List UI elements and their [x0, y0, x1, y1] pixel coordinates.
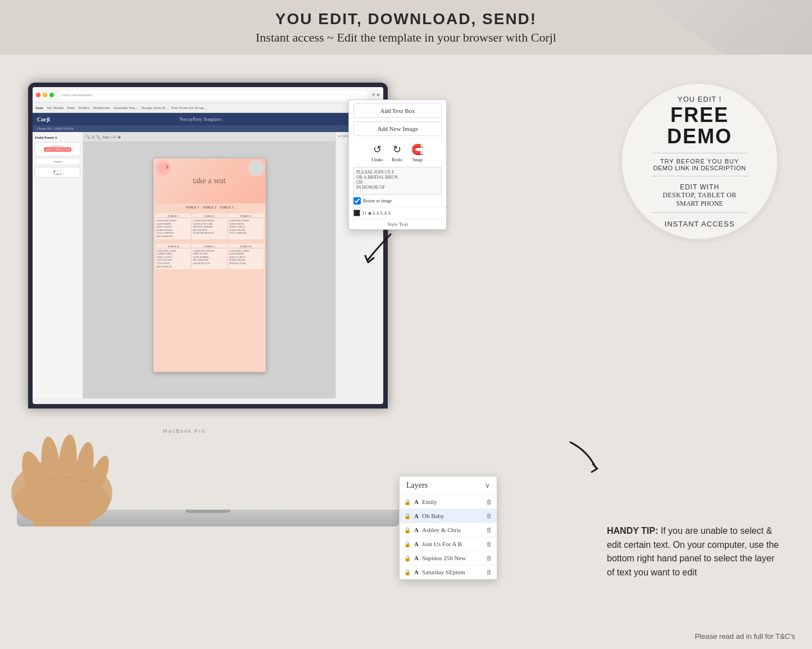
table-5-label: TABLE 5 — [193, 245, 226, 248]
layer-name-emily: Emily — [422, 498, 483, 505]
table-headers: TABLE 1 TABLE 2 TABLE 3 — [153, 203, 266, 211]
browser-dot-yellow — [43, 93, 47, 97]
layer-item-emily[interactable]: 🔒 A Emily 🗑 — [400, 495, 497, 509]
layer-item-supinos[interactable]: 🔒 A Supinos 250 New 🗑 — [400, 551, 497, 565]
layers-chevron-icon[interactable]: ∨ — [485, 482, 490, 490]
color-picker[interactable] — [353, 210, 360, 216]
corjl-subheader: Order ID: 1500750194 🔍 ✏ ⬡ — [33, 125, 383, 132]
demo-divider-1 — [651, 153, 749, 153]
font-size-field[interactable]: 11 — [362, 210, 367, 216]
app-body: Field Panel 4 Field Row 1 ● INCOMPLETE O… — [33, 132, 383, 398]
sidebar-field-1[interactable]: Field Row 1 ● INCOMPLETE — [35, 142, 80, 156]
layer-lock-icon-3: 🔒 — [404, 527, 411, 533]
demo-devices-text: DESKTOP, TABLET OR — [663, 191, 737, 199]
resize-checkbox[interactable] — [353, 197, 361, 205]
resize-checkbox-row: Resize as image — [353, 197, 442, 205]
table-2-names: CARRIE BRADSHAWCHARLOTTE YORKMIRANDA HOB… — [193, 219, 226, 235]
banner-subtitle: Instant access ~ Edit the template in yo… — [11, 30, 801, 45]
demo-try-before-text: TRY BEFORE YOU BUY — [660, 158, 739, 165]
arrow-svg — [357, 223, 402, 268]
screen-inner: corjl.com/template... ⟳ ⊕ Apps My Builds… — [33, 87, 383, 404]
redo-button[interactable]: ↻ Redo — [392, 143, 402, 162]
free-demo-circle: YOU EDIT ! FREE DEMO TRY BEFORE YOU BUY … — [621, 83, 778, 240]
layer-item-ashley-chris[interactable]: 🔒 A Ashley & Chris 🗑 — [400, 523, 497, 537]
undo-button[interactable]: ↺ Undo — [371, 143, 383, 162]
layers-panel: Layers ∨ 🔒 A Emily 🗑 🔒 A Oh Baby 🗑 🔒 A A… — [399, 476, 497, 580]
table-5-names: CARRIE BRADSHAWJOHN POTTERMARY HOBBESBIL… — [193, 249, 226, 265]
handy-tip-section: HANDY TIP: If you are unable to select &… — [607, 524, 781, 580]
chart-title: take a seat — [193, 176, 225, 185]
incomplete-badge: ● INCOMPLETE — [44, 147, 71, 152]
laptop-notch — [185, 510, 230, 513]
popup-format-toolbar: 11 ■ A A A A A — [349, 207, 446, 219]
corjl-logo: Corjl — [37, 116, 50, 122]
corjl-popup: Add Text Box Add New Image ↺ Undo ↻ Redo… — [348, 99, 447, 230]
order-id: Order ID: 1500750194 — [37, 126, 73, 131]
sidebar-field-2[interactable]: Original — [35, 158, 80, 165]
deer-icon: 🦌 — [165, 164, 170, 169]
layer-lock-icon-5: 🔒 — [404, 555, 411, 561]
layer-delete-icon-3[interactable]: 🗑 — [486, 527, 492, 533]
add-text-box-button[interactable]: Add Text Box — [353, 103, 442, 118]
sidebar-field-3[interactable]: ◆ ✓ ✓ Original — [35, 167, 80, 178]
arrow-to-handy-tip — [559, 434, 604, 479]
demo-demo-text: DEMO — [667, 125, 732, 148]
table-col-4: TABLE 4 SAMANTHA JONESCARRIE JONESLINDA … — [156, 244, 191, 270]
layer-name-oh-baby: Oh Baby — [422, 512, 483, 519]
browser-controls: ⟳ ⊕ — [372, 93, 380, 97]
demo-divider-2 — [651, 176, 749, 176]
redo-label: Redo — [392, 157, 402, 162]
layer-delete-icon[interactable]: 🗑 — [486, 498, 492, 505]
layer-lock-icon: 🔒 — [404, 499, 411, 505]
canvas-toolbar: 🔍 Q 🔍 Page 1 of 1 ▶ — [83, 132, 335, 142]
layer-name-supinos: Supinos 250 New — [422, 555, 483, 561]
layer-name-join-us: Join Us For A B — [422, 541, 483, 547]
table-1-label: TABLE 1 — [157, 215, 190, 218]
layer-type-a-5: A — [414, 555, 419, 561]
handy-tip-prefix: HANDY TIP: — [607, 526, 658, 535]
handy-tip-text: HANDY TIP: If you are unable to select &… — [607, 524, 781, 580]
layers-title: Layers — [406, 481, 428, 490]
layer-lock-icon-2: 🔒 — [404, 513, 411, 519]
table-col-3: TABLE 3 SAMANTHA JONESJASON SMITHLINDA G… — [228, 214, 264, 239]
popup-sample-text: PLEASE JOIN US FOR A BRIDAL BRUNCHIN HON… — [356, 170, 398, 190]
undo-icon: ↺ — [371, 143, 383, 156]
layer-item-saturday[interactable]: 🔒 A Saturday SEptem 🗑 — [400, 565, 497, 579]
demo-smart-phone-text: SMART PHONE — [676, 199, 723, 208]
table-1-names: SAMANTHA JONESJASON SMITHLINDA GARCIAMAR… — [157, 219, 190, 238]
layer-lock-icon-6: 🔒 — [404, 569, 411, 575]
table-2-label: TABLE 2 — [193, 215, 226, 218]
page-indicator: Page 1 of 1 ▶ — [103, 135, 122, 139]
field-panel-label: Field Panel 4 — [35, 135, 80, 140]
layers-header: Layers ∨ — [400, 476, 497, 495]
layer-name-ashley-chris: Ashley & Chris — [422, 527, 483, 533]
layer-type-a-4: A — [414, 541, 419, 547]
browser-url-bar[interactable]: corjl.com/template... — [58, 90, 368, 99]
resize-label: Resize as image — [363, 198, 392, 203]
table-3-names: SAMANTHA JONESJASON SMITHLINDA GARCIAMAR… — [229, 219, 262, 235]
layer-name-saturday: Saturday SEptem — [422, 569, 483, 575]
add-new-image-button[interactable]: Add New Image — [353, 121, 442, 136]
table-4-label: TABLE 4 — [157, 245, 190, 248]
layer-delete-icon-2[interactable]: 🗑 — [486, 512, 492, 519]
style-text-label: Style Text — [349, 219, 446, 229]
layer-item-join-us[interactable]: 🔒 A Join Us For A B 🗑 — [400, 537, 497, 551]
app-canvas: 🔍 Q 🔍 Page 1 of 1 ▶ 🦌 — [83, 132, 335, 398]
demo-divider-3 — [651, 212, 749, 213]
arrow-handy-svg — [559, 434, 604, 479]
app-sidebar: Field Panel 4 Field Row 1 ● INCOMPLETE O… — [33, 132, 83, 398]
layer-delete-icon-5[interactable]: 🗑 — [486, 555, 492, 561]
popup-icon-row: ↺ Undo ↻ Redo 🧲 Snap — [349, 138, 446, 165]
layer-delete-icon-4[interactable]: 🗑 — [486, 541, 492, 547]
table-col-1: TABLE 1 SAMANTHA JONESJASON SMITHLINDA G… — [156, 214, 191, 239]
popup-text-area[interactable]: PLEASE JOIN US FOR A BRIDAL BRUNCHIN HON… — [353, 167, 442, 195]
layer-delete-icon-6[interactable]: 🗑 — [486, 569, 492, 575]
demo-instant-access-text: INSTANT ACCESS — [665, 220, 735, 228]
table-6-names: SAMANTHA JONESJASON SMITHLINDA GARCIAMAR… — [229, 249, 262, 265]
demo-link-text: DEMO LINK IN DESCRIPTION — [654, 165, 746, 171]
browser-dot-green — [49, 93, 54, 97]
redo-icon: ↻ — [392, 143, 402, 156]
browser-chrome: corjl.com/template... ⟳ ⊕ — [33, 87, 383, 103]
layer-item-oh-baby[interactable]: 🔒 A Oh Baby 🗑 — [400, 509, 497, 523]
snap-button[interactable]: 🧲 Snap — [411, 143, 424, 162]
